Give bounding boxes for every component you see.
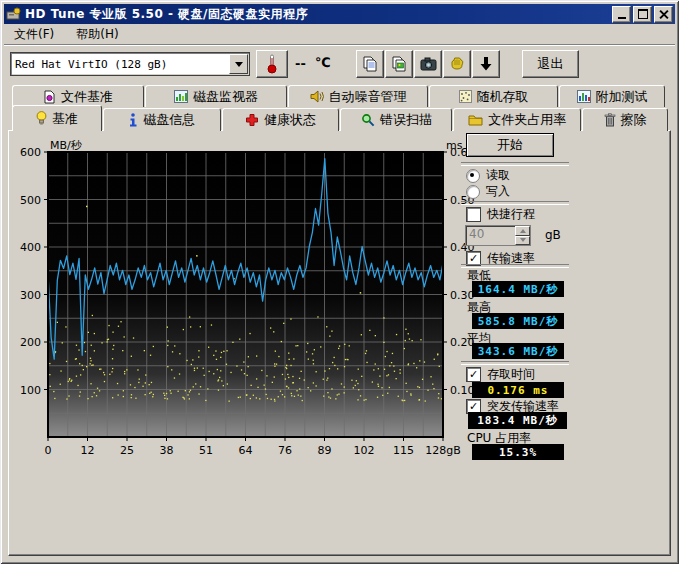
temperature-value: -- xyxy=(295,56,306,71)
hd-tune-window: HD Tune 专业版 5.50 - 硬盘/固态硬盘实用程序 文件(F) 帮助(… xyxy=(0,0,679,564)
tab-label: 文件基准 xyxy=(61,88,113,106)
access-time-label: 存取时间 xyxy=(487,366,535,383)
drive-select-value: Red Hat VirtIO (128 gB) xyxy=(11,58,229,71)
exit-button-label: 退出 xyxy=(538,55,564,73)
benchmark-tab-page xyxy=(8,130,671,556)
checkbox-checked-icon: ✓ xyxy=(466,367,481,382)
tab-disk-info[interactable]: 磁盘信息 xyxy=(103,108,221,131)
tab-label: 基准 xyxy=(52,110,78,128)
tab-label: 错误扫描 xyxy=(380,111,432,129)
close-button[interactable] xyxy=(654,6,673,23)
chevron-down-icon xyxy=(235,62,243,67)
window-title: HD Tune 专业版 5.50 - 硬盘/固态硬盘实用程序 xyxy=(25,6,610,23)
chevron-down-icon xyxy=(520,238,526,242)
drive-select[interactable]: Red Hat VirtIO (128 gB) xyxy=(10,52,250,76)
minimize-button[interactable] xyxy=(612,6,631,23)
trash-icon xyxy=(604,113,616,127)
extra-tests-icon xyxy=(577,90,591,103)
read-radio[interactable]: 读取 xyxy=(466,167,510,184)
acoustic-button[interactable] xyxy=(443,50,471,78)
health-cross-icon xyxy=(245,113,259,127)
magnifier-icon xyxy=(361,113,375,127)
app-icon xyxy=(6,7,21,22)
separator xyxy=(461,201,569,205)
checkbox-icon xyxy=(466,207,481,222)
maximize-button[interactable] xyxy=(633,6,652,23)
tab-label: 健康状态 xyxy=(264,111,316,129)
copy-image-button[interactable] xyxy=(385,50,413,78)
lightbulb-icon xyxy=(36,111,47,126)
disk-monitor-icon xyxy=(174,90,188,103)
temperature-unit: ℃ xyxy=(315,55,331,70)
tab-row-secondary: 文件基准 磁盘监视器 自动噪音管理 随机存取 xyxy=(12,85,669,107)
file-benchmark-icon xyxy=(43,90,56,104)
tab-benchmark[interactable]: 基准 xyxy=(12,105,102,131)
close-icon xyxy=(659,10,668,19)
tab-acoustic-management[interactable]: 自动噪音管理 xyxy=(288,85,428,107)
tab-label: 随机存取 xyxy=(477,88,529,106)
drive-select-dropdown-button[interactable] xyxy=(229,54,248,74)
copy-icon xyxy=(362,56,378,72)
short-stroke-label: 快捷行程 xyxy=(487,206,535,223)
menu-help[interactable]: 帮助(H) xyxy=(72,25,122,44)
read-radio-label: 读取 xyxy=(486,167,510,184)
separator xyxy=(461,162,569,166)
short-stroke-checkbox[interactable]: 快捷行程 xyxy=(466,206,535,223)
titlebar[interactable]: HD Tune 专业版 5.50 - 硬盘/固态硬盘实用程序 xyxy=(4,4,675,24)
access-time-checkbox[interactable]: ✓ 存取时间 xyxy=(466,366,535,383)
tab-row-primary: 基准 磁盘信息 健康状态 错误扫描 xyxy=(12,107,669,131)
short-stroke-value: 40 xyxy=(466,226,515,245)
start-button-label: 开始 xyxy=(497,136,523,154)
screenshot-button[interactable] xyxy=(414,50,442,78)
info-icon xyxy=(128,113,138,127)
tab-folder-usage[interactable]: 文件夹占用率 xyxy=(453,108,581,131)
stepper-up-button[interactable] xyxy=(515,226,530,236)
short-stroke-unit: gB xyxy=(545,228,561,242)
average-value-display: 343.6 MB/秒 xyxy=(472,343,564,359)
stepper-down-button[interactable] xyxy=(515,236,530,246)
burst-rate-display: 183.4 MB/秒 xyxy=(468,412,567,429)
write-radio-label: 写入 xyxy=(486,183,510,200)
access-time-display: 0.176 ms xyxy=(472,382,564,398)
radio-icon xyxy=(466,169,480,183)
exit-button[interactable]: 退出 xyxy=(522,50,579,78)
cpu-usage-display: 15.3% xyxy=(472,444,564,460)
copy-text-button[interactable] xyxy=(356,50,384,78)
temperature-button[interactable] xyxy=(256,50,288,78)
camera-icon xyxy=(420,57,437,71)
write-radio[interactable]: 写入 xyxy=(466,183,510,200)
tab-random-access[interactable]: 随机存取 xyxy=(429,85,558,107)
short-stroke-size-stepper[interactable]: 40 xyxy=(465,225,531,246)
menubar: 文件(F) 帮助(H) xyxy=(4,24,675,44)
tab-disk-monitor[interactable]: 磁盘监视器 xyxy=(145,85,287,107)
save-results-button[interactable] xyxy=(472,50,500,78)
minimum-value-display: 164.4 MB/秒 xyxy=(472,281,564,297)
maximum-value-display: 585.8 MB/秒 xyxy=(472,313,564,329)
chevron-up-icon xyxy=(520,229,526,233)
maximize-icon xyxy=(638,9,648,19)
tab-label: 磁盘监视器 xyxy=(193,88,258,106)
copy-image-icon xyxy=(391,56,407,72)
start-button[interactable]: 开始 xyxy=(466,133,554,157)
folder-icon xyxy=(468,114,483,126)
speaker-icon xyxy=(310,90,324,103)
menu-file[interactable]: 文件(F) xyxy=(10,25,58,44)
tab-health[interactable]: 健康状态 xyxy=(222,108,340,131)
separator xyxy=(461,361,569,365)
tab-erase[interactable]: 擦除 xyxy=(582,108,668,131)
download-arrow-icon xyxy=(479,56,493,72)
radio-icon xyxy=(466,185,480,199)
thermometer-icon xyxy=(266,54,278,74)
tab-error-scan[interactable]: 错误扫描 xyxy=(340,108,452,131)
tab-label: 附加测试 xyxy=(596,88,648,106)
hand-icon xyxy=(449,56,465,72)
tab-label: 擦除 xyxy=(621,111,647,129)
tab-label: 文件夹占用率 xyxy=(488,111,566,129)
random-access-icon xyxy=(459,90,472,103)
tab-label: 磁盘信息 xyxy=(143,111,195,129)
toolbar: Red Hat VirtIO (128 gB) -- ℃ xyxy=(4,44,675,82)
tab-extra-tests[interactable]: 附加测试 xyxy=(559,85,665,107)
tab-file-benchmark[interactable]: 文件基准 xyxy=(12,85,144,107)
tab-label: 自动噪音管理 xyxy=(329,88,407,106)
minimize-icon xyxy=(618,17,626,19)
